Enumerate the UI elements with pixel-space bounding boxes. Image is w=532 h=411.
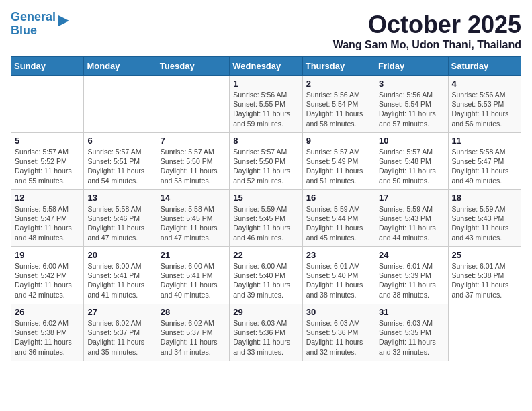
calendar-cell: 28Sunrise: 6:02 AM Sunset: 5:37 PM Dayli… [157,304,229,361]
calendar-cell: 4Sunrise: 5:56 AM Sunset: 5:53 PM Daylig… [448,76,521,133]
calendar-cell: 22Sunrise: 6:00 AM Sunset: 5:40 PM Dayli… [230,247,302,304]
day-header-saturday: Saturday [448,57,521,76]
calendar-cell: 27Sunrise: 6:02 AM Sunset: 5:37 PM Dayli… [84,304,157,361]
cell-date-number: 23 [306,250,371,260]
cell-date-number: 5 [15,136,80,146]
cell-date-number: 25 [452,250,517,260]
cell-info-text: Sunrise: 5:57 AM Sunset: 5:52 PM Dayligh… [15,147,80,185]
cell-date-number: 1 [233,79,298,89]
cell-date-number: 31 [379,307,444,317]
calendar-cell: 19Sunrise: 6:00 AM Sunset: 5:42 PM Dayli… [11,247,84,304]
cell-info-text: Sunrise: 5:56 AM Sunset: 5:54 PM Dayligh… [306,90,371,128]
cell-date-number: 16 [306,193,371,203]
cell-date-number: 13 [87,193,152,203]
cell-info-text: Sunrise: 6:02 AM Sunset: 5:37 PM Dayligh… [161,318,226,357]
cell-info-text: Sunrise: 5:57 AM Sunset: 5:48 PM Dayligh… [379,147,444,185]
calendar-cell: 14Sunrise: 5:58 AM Sunset: 5:45 PM Dayli… [157,190,229,247]
title-section: October 2025 Wang Sam Mo, Udon Thani, Th… [333,11,521,51]
calendar-cell: 13Sunrise: 5:58 AM Sunset: 5:46 PM Dayli… [84,190,157,247]
cell-date-number: 14 [161,193,226,203]
cell-info-text: Sunrise: 6:03 AM Sunset: 5:36 PM Dayligh… [233,318,298,357]
cell-info-text: Sunrise: 6:03 AM Sunset: 5:36 PM Dayligh… [306,318,371,357]
cell-date-number: 22 [233,250,298,260]
cell-date-number: 20 [87,250,152,260]
cell-info-text: Sunrise: 5:58 AM Sunset: 5:47 PM Dayligh… [452,147,517,185]
cell-info-text: Sunrise: 6:03 AM Sunset: 5:35 PM Dayligh… [379,318,444,357]
calendar-week-row: 1Sunrise: 5:56 AM Sunset: 5:55 PM Daylig… [11,76,521,133]
day-header-thursday: Thursday [302,57,375,76]
cell-date-number: 30 [306,307,371,317]
cell-date-number: 26 [15,307,80,317]
calendar-cell: 31Sunrise: 6:03 AM Sunset: 5:35 PM Dayli… [375,304,448,361]
cell-info-text: Sunrise: 6:00 AM Sunset: 5:40 PM Dayligh… [233,261,298,300]
header: General Blue October 2025 Wang Sam Mo, U… [11,11,521,51]
calendar-cell: 17Sunrise: 5:59 AM Sunset: 5:43 PM Dayli… [375,190,448,247]
calendar-cell: 30Sunrise: 6:03 AM Sunset: 5:36 PM Dayli… [302,304,375,361]
location-title: Wang Sam Mo, Udon Thani, Thailand [333,39,521,51]
cell-date-number: 28 [161,307,226,317]
cell-date-number: 11 [452,136,517,146]
cell-date-number: 29 [233,307,298,317]
cell-info-text: Sunrise: 6:00 AM Sunset: 5:42 PM Dayligh… [15,261,80,300]
cell-info-text: Sunrise: 5:59 AM Sunset: 5:44 PM Dayligh… [306,204,371,242]
calendar-cell: 23Sunrise: 6:01 AM Sunset: 5:40 PM Dayli… [302,247,375,304]
calendar-cell: 2Sunrise: 5:56 AM Sunset: 5:54 PM Daylig… [302,76,375,133]
day-header-tuesday: Tuesday [157,57,229,76]
logo: General Blue [11,11,71,38]
cell-info-text: Sunrise: 5:58 AM Sunset: 5:47 PM Dayligh… [15,204,80,242]
cell-info-text: Sunrise: 5:59 AM Sunset: 5:43 PM Dayligh… [379,204,444,242]
calendar-week-row: 12Sunrise: 5:58 AM Sunset: 5:47 PM Dayli… [11,190,521,247]
cell-info-text: Sunrise: 5:59 AM Sunset: 5:45 PM Dayligh… [233,204,298,242]
cell-date-number: 21 [161,250,226,260]
calendar-cell: 24Sunrise: 6:01 AM Sunset: 5:39 PM Dayli… [375,247,448,304]
calendar-cell: 8Sunrise: 5:57 AM Sunset: 5:50 PM Daylig… [230,133,302,190]
day-header-monday: Monday [84,57,157,76]
cell-info-text: Sunrise: 5:58 AM Sunset: 5:45 PM Dayligh… [161,204,226,242]
cell-info-text: Sunrise: 5:57 AM Sunset: 5:49 PM Dayligh… [306,147,371,185]
cell-date-number: 18 [452,193,517,203]
calendar-cell: 29Sunrise: 6:03 AM Sunset: 5:36 PM Dayli… [230,304,302,361]
day-header-wednesday: Wednesday [230,57,302,76]
calendar-cell: 12Sunrise: 5:58 AM Sunset: 5:47 PM Dayli… [11,190,84,247]
cell-info-text: Sunrise: 5:58 AM Sunset: 5:46 PM Dayligh… [87,204,152,242]
calendar-cell: 18Sunrise: 5:59 AM Sunset: 5:43 PM Dayli… [448,190,521,247]
calendar-header-row: SundayMondayTuesdayWednesdayThursdayFrid… [11,57,521,76]
cell-date-number: 6 [87,136,152,146]
calendar-cell: 6Sunrise: 5:57 AM Sunset: 5:51 PM Daylig… [84,133,157,190]
logo-arrow-icon [57,14,71,28]
calendar-cell [157,76,229,133]
cell-info-text: Sunrise: 6:02 AM Sunset: 5:37 PM Dayligh… [87,318,152,357]
calendar: SundayMondayTuesdayWednesdayThursdayFrid… [11,56,521,361]
cell-date-number: 12 [15,193,80,203]
cell-info-text: Sunrise: 6:00 AM Sunset: 5:41 PM Dayligh… [87,261,152,300]
cell-info-text: Sunrise: 5:57 AM Sunset: 5:51 PM Dayligh… [87,147,152,185]
calendar-cell: 3Sunrise: 5:56 AM Sunset: 5:54 PM Daylig… [375,76,448,133]
calendar-cell: 1Sunrise: 5:56 AM Sunset: 5:55 PM Daylig… [230,76,302,133]
calendar-cell: 20Sunrise: 6:00 AM Sunset: 5:41 PM Dayli… [84,247,157,304]
day-header-friday: Friday [375,57,448,76]
calendar-cell: 9Sunrise: 5:57 AM Sunset: 5:49 PM Daylig… [302,133,375,190]
cell-date-number: 7 [161,136,226,146]
cell-date-number: 24 [379,250,444,260]
cell-info-text: Sunrise: 5:56 AM Sunset: 5:55 PM Dayligh… [233,90,298,128]
calendar-cell [448,304,521,361]
cell-date-number: 8 [233,136,298,146]
calendar-cell: 10Sunrise: 5:57 AM Sunset: 5:48 PM Dayli… [375,133,448,190]
cell-info-text: Sunrise: 5:57 AM Sunset: 5:50 PM Dayligh… [233,147,298,185]
calendar-cell: 25Sunrise: 6:01 AM Sunset: 5:38 PM Dayli… [448,247,521,304]
calendar-cell [11,76,84,133]
calendar-cell [84,76,157,133]
cell-date-number: 3 [379,79,444,89]
calendar-cell: 7Sunrise: 5:57 AM Sunset: 5:50 PM Daylig… [157,133,229,190]
cell-info-text: Sunrise: 6:00 AM Sunset: 5:41 PM Dayligh… [161,261,226,300]
logo-blue: Blue [11,24,37,37]
calendar-cell: 5Sunrise: 5:57 AM Sunset: 5:52 PM Daylig… [11,133,84,190]
cell-info-text: Sunrise: 6:01 AM Sunset: 5:38 PM Dayligh… [452,261,517,300]
day-header-sunday: Sunday [11,57,84,76]
logo-text: General Blue [11,11,56,38]
calendar-cell: 26Sunrise: 6:02 AM Sunset: 5:38 PM Dayli… [11,304,84,361]
month-title: October 2025 [333,11,521,39]
cell-date-number: 4 [452,79,517,89]
calendar-cell: 11Sunrise: 5:58 AM Sunset: 5:47 PM Dayli… [448,133,521,190]
svg-marker-0 [58,15,69,26]
